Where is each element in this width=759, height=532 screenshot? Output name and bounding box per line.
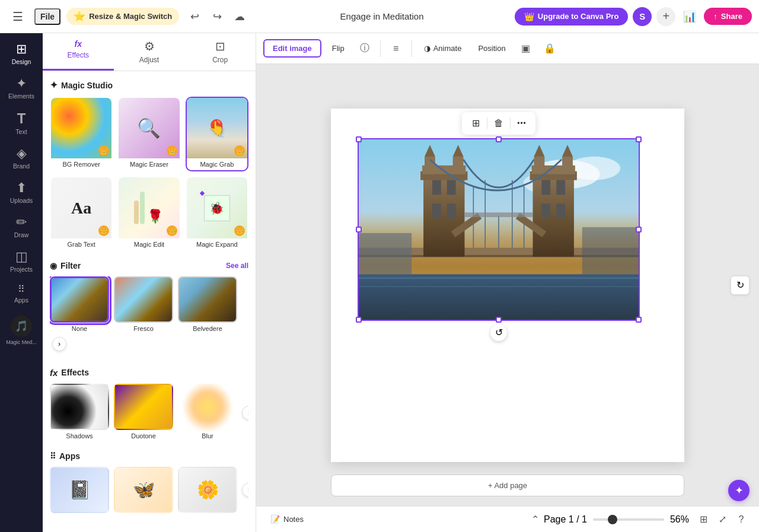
adjust-tab-label: Adjust	[139, 56, 159, 64]
redo-button[interactable]: ↪	[208, 7, 227, 26]
effect-card-duotone[interactable]: Duotone	[114, 384, 173, 442]
effects-carousel-container: Shadows Duotone Blur ›	[50, 384, 248, 442]
handle-bottom-right[interactable]	[636, 317, 642, 323]
view-controls: ⊞ ⤢ ?	[695, 511, 750, 528]
toolbar-separator-1	[380, 40, 381, 57]
avatar[interactable]: S	[633, 7, 652, 26]
menu-button[interactable]: ☰	[7, 6, 28, 27]
magic-media-icon: 🎵	[11, 316, 32, 337]
effects-tab-label: Effects	[68, 51, 89, 59]
handle-middle-right[interactable]	[636, 227, 642, 232]
upgrade-button[interactable]: 👑 Upgrade to Canva Pro	[515, 8, 629, 26]
sidebar-item-brand[interactable]: ◈ Brand	[2, 142, 40, 174]
handle-middle-left[interactable]	[356, 227, 362, 232]
file-menu-button[interactable]: File	[34, 8, 60, 25]
help-button[interactable]: ?	[733, 511, 750, 528]
tool-card-bg-remover[interactable]: 👑 BG Remover	[50, 97, 113, 171]
handle-bottom-center[interactable]	[496, 317, 502, 323]
filter-fresco-preview	[114, 276, 173, 323]
apps-section-title: ⠿ Apps	[50, 451, 248, 461]
app-card-3[interactable]: 🌼	[178, 467, 237, 513]
cloud-save-button[interactable]: ☁	[230, 7, 249, 26]
magic-studio-label: Magic Studio	[61, 81, 113, 90]
title-area: Engage in Meditation	[255, 7, 509, 26]
image-selection-container[interactable]: ⊞ 🗑 •••	[358, 138, 640, 321]
effect-blur-preview	[178, 384, 237, 430]
effects-carousel: Shadows Duotone Blur ›	[50, 384, 248, 442]
info-button[interactable]: ⓘ	[355, 39, 374, 58]
filter-see-all[interactable]: See all	[226, 262, 248, 270]
sidebar-item-design[interactable]: ⊞ Design	[2, 38, 40, 70]
tab-crop[interactable]: ⊡ Crop	[184, 33, 256, 71]
svg-rect-20	[533, 174, 574, 256]
position-button[interactable]: Position	[472, 40, 511, 56]
add-collaborator-button[interactable]: +	[656, 7, 675, 26]
document-title[interactable]: Engage in Meditation	[330, 7, 434, 26]
apps-next-button[interactable]: ›	[242, 483, 248, 497]
animate-button[interactable]: ◑ Animate	[418, 40, 468, 56]
handle-bottom-left[interactable]	[356, 317, 362, 323]
filter-next-button[interactable]: ›	[52, 337, 66, 351]
sidebar-item-apps[interactable]: ⠿ Apps	[2, 280, 40, 308]
app-card-1[interactable]: 📓	[50, 467, 109, 513]
app-card-2[interactable]: 🦋	[114, 467, 173, 513]
tool-card-magic-eraser[interactable]: 🔍 👑 Magic Eraser	[117, 97, 180, 171]
menu-lines-button[interactable]: ≡	[387, 39, 406, 58]
duplicate-button[interactable]: ⊞	[467, 114, 484, 132]
sidebar-item-draw[interactable]: ✏ Draw	[2, 211, 40, 243]
more-options-button[interactable]: •••	[513, 114, 531, 132]
sidebar-item-projects[interactable]: ◫ Projects	[2, 246, 40, 278]
filter-card-fresco[interactable]: Fresco	[114, 276, 173, 335]
canvas-right-controls: ↻	[731, 276, 750, 295]
undo-button[interactable]: ↩	[185, 7, 204, 26]
tool-card-magic-expand[interactable]: 🐞 👑 Magic Expand	[186, 176, 248, 251]
sidebar-item-magic[interactable]: 🎵 Magic Med...	[2, 311, 40, 350]
filter-icon: ◉	[50, 261, 57, 270]
handle-top-right[interactable]	[636, 136, 642, 142]
magic-assist-button[interactable]: ✦	[728, 480, 750, 501]
handle-top-left[interactable]	[356, 136, 362, 142]
zoom-label: 56%	[670, 514, 689, 525]
handle-top-center[interactable]	[496, 136, 502, 142]
effects-next-button[interactable]: ›	[242, 406, 248, 420]
canvas-rotate-button[interactable]: ↻	[731, 276, 750, 295]
resize-magic-switch-button[interactable]: ⭐ Resize & Magic Switch	[66, 8, 179, 25]
text-icon: T	[17, 112, 26, 126]
topbar-right: 👑 Upgrade to Canva Pro S + 📊 ↑ Share	[515, 7, 752, 26]
svg-rect-27	[534, 157, 544, 173]
rotate-icon: ↺	[495, 327, 503, 338]
filter-fresco-label: Fresco	[114, 323, 173, 335]
tool-card-magic-grab[interactable]: 🎈 👆 👑 Magic Grab	[186, 97, 248, 171]
show-pages-icon: ⌃	[531, 514, 539, 525]
tool-card-magic-edit[interactable]: 🌹 👑 Magic Edit	[117, 176, 180, 251]
tab-effects[interactable]: fx Effects	[43, 33, 114, 71]
delete-button[interactable]: 🗑	[490, 114, 508, 132]
grid-view-button[interactable]: ⊞	[695, 511, 712, 528]
filter-belvedere-preview	[178, 276, 237, 323]
brand-icon: ◈	[17, 147, 27, 160]
sidebar-item-elements[interactable]: ✦ Elements	[2, 72, 40, 104]
effect-card-shadows[interactable]: Shadows	[50, 384, 109, 442]
notes-button[interactable]: 📝 Notes	[266, 512, 308, 526]
filter-card-none[interactable]: None	[50, 276, 109, 335]
edit-image-button[interactable]: Edit image	[263, 39, 321, 58]
transparency-button[interactable]: ▣	[516, 39, 535, 58]
zoom-slider[interactable]	[593, 518, 664, 521]
add-page-button[interactable]: + Add page	[331, 474, 684, 496]
canvas-workspace[interactable]: ↻ ⊞ 🗑	[256, 64, 759, 506]
tab-adjust[interactable]: ⚙ Adjust	[114, 33, 185, 71]
sidebar-item-uploads[interactable]: ⬆ Uploads	[2, 177, 40, 209]
magic-edit-preview: 🌹 👑	[119, 177, 179, 238]
svg-rect-38	[464, 212, 532, 217]
tool-card-grab-text[interactable]: Aa 👑 Grab Text	[50, 176, 113, 251]
sidebar-item-text[interactable]: T Text	[2, 107, 40, 140]
filter-card-belvedere[interactable]: Belvedere	[178, 276, 237, 335]
fullscreen-button[interactable]: ⤢	[714, 511, 731, 528]
lock-button[interactable]: 🔒	[540, 39, 559, 58]
share-button[interactable]: ↑ Share	[704, 8, 752, 25]
stats-button[interactable]: 📊	[680, 7, 699, 26]
flip-button[interactable]: Flip	[326, 40, 350, 56]
rotate-handle[interactable]: ↺	[490, 324, 507, 341]
effect-card-blur[interactable]: Blur	[178, 384, 237, 442]
sub-toolbar: Edit image Flip ⓘ ≡ ◑ Animate Position ▣	[256, 33, 759, 64]
